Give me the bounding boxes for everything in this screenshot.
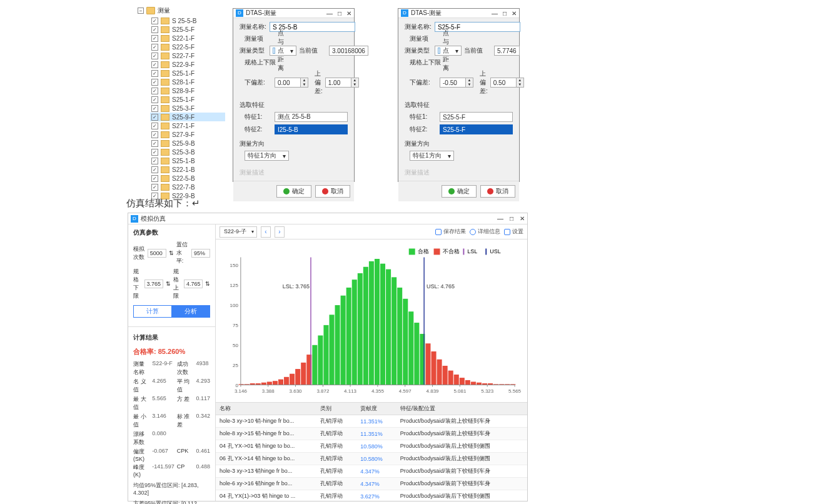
feat2-value[interactable]: I25-5-B <box>275 124 348 134</box>
checkbox-icon[interactable]: ✓ <box>151 131 158 138</box>
direction-select[interactable]: 特征1方向▾ <box>245 151 289 161</box>
tree-item[interactable]: ✓S27-9-F <box>150 130 225 139</box>
tree-item-label: S28-1-F <box>172 79 194 86</box>
tree-item[interactable]: ✓S25-1-F <box>150 69 225 78</box>
table-header[interactable]: 类别 <box>316 403 356 415</box>
tree-item[interactable]: ✓S25-1-B <box>150 156 225 165</box>
type-select[interactable]: 点与点距离 ▾ <box>270 46 296 56</box>
settings-button[interactable]: 设置 <box>504 228 523 236</box>
checkbox-icon[interactable]: ✓ <box>151 158 158 164</box>
upper-spinner[interactable]: 0.50▲▼ <box>490 78 524 88</box>
table-header[interactable]: 特征/装配位置 <box>396 403 527 415</box>
tree-item[interactable]: ✓S25-1-F <box>150 95 225 104</box>
svg-text:3.630: 3.630 <box>290 388 302 394</box>
minimize-button[interactable]: — <box>497 215 503 222</box>
table-row[interactable]: 04 孔 YX(1)->03 销 hinge to ...孔销浮动3.627%P… <box>216 490 527 501</box>
upper-spinner[interactable]: 1.00▲▼ <box>325 78 359 88</box>
sim-count-input[interactable]: 5000 <box>148 249 166 258</box>
type-select[interactable]: 点与点距离▾ <box>435 46 462 56</box>
ok-button[interactable]: 确定 <box>442 185 477 198</box>
item-label: 测量项 <box>245 34 348 43</box>
checkbox-icon[interactable]: ✓ <box>151 166 158 173</box>
checkbox-icon[interactable]: ✓ <box>151 61 158 68</box>
save-result-button[interactable]: 保存结果 <box>435 228 466 236</box>
checkbox-icon[interactable]: ✓ <box>151 96 158 103</box>
tree-item[interactable]: ✓S28-1-F <box>150 78 225 86</box>
tree-item-label: S22-1-B <box>172 166 195 173</box>
checkbox-icon[interactable]: ✓ <box>151 70 158 77</box>
minimize-button[interactable]: — <box>492 10 498 17</box>
tree-item[interactable]: ✓S25-3-B <box>150 148 225 156</box>
svg-rect-40 <box>425 343 430 385</box>
prev-button[interactable]: ‹ <box>261 226 271 238</box>
next-button[interactable]: › <box>275 226 285 238</box>
table-row[interactable]: hole-3 xy->10 销-hinge fr bo...孔销浮动11.351… <box>216 415 527 428</box>
feat1-value[interactable]: 测点 25-5-B <box>275 112 348 122</box>
table-row[interactable]: 06 孔 YX->14 销 hinge to bo...孔销浮动10.580%P… <box>216 453 527 465</box>
measurement-select[interactable]: S22-9-子 <box>220 226 257 238</box>
tree-item[interactable]: ✓S22-9-F <box>150 60 225 69</box>
calc-button[interactable]: 计算 <box>133 305 172 318</box>
item-icon <box>161 88 169 94</box>
table-row[interactable]: 04 孔 YX->01 销 hinge to bo...孔销浮动10.580%P… <box>216 440 527 453</box>
tree-collapse-toggle[interactable]: − <box>138 8 144 14</box>
tree-item[interactable]: ✓S27-1-F <box>150 121 225 130</box>
close-button[interactable]: ✕ <box>520 215 525 222</box>
minimize-button[interactable]: — <box>326 10 333 17</box>
confidence-input[interactable]: 95% <box>191 249 210 258</box>
close-button[interactable]: ✕ <box>512 10 517 17</box>
checkbox-icon[interactable]: ✓ <box>151 114 158 121</box>
checkbox-icon[interactable]: ✓ <box>151 175 158 182</box>
cancel-button[interactable]: 取消 <box>480 185 515 198</box>
detail-button[interactable]: 详细信息 <box>470 228 500 236</box>
current-value: 3.00168006 <box>329 46 368 56</box>
checkbox-icon[interactable]: ✓ <box>151 184 158 191</box>
tree-item[interactable]: ✓S22-1-F <box>150 34 225 43</box>
usl-input[interactable]: 4.765 <box>184 280 203 288</box>
svg-text:5.565: 5.565 <box>508 388 521 394</box>
table-header[interactable]: 贡献度 <box>356 403 396 415</box>
feat2-value[interactable]: S25-5-F <box>440 124 513 134</box>
contribution-table[interactable]: 名称类别贡献度特征/装配位置 hole-3 xy->10 销-hinge fr … <box>216 402 527 501</box>
table-row[interactable]: hole-6 xy->16 销hinge fr bo...孔销浮动4.347%P… <box>216 478 527 490</box>
tree-item[interactable]: ✓S22-7-B <box>150 183 225 191</box>
close-button[interactable]: ✕ <box>346 10 351 17</box>
maximize-button[interactable]: □ <box>510 215 513 222</box>
checkbox-icon[interactable]: ✓ <box>151 149 158 156</box>
checkbox-icon[interactable]: ✓ <box>151 35 158 42</box>
lower-spinner[interactable]: 0.00▲▼ <box>275 78 308 88</box>
table-row[interactable]: hole-8 xy->15 销-hinge fr bo...孔销浮动11.351… <box>216 428 527 440</box>
analyze-button[interactable]: 分析 <box>172 305 211 318</box>
tree-item[interactable]: ✓S28-9-F <box>150 86 225 95</box>
checkbox-icon[interactable]: ✓ <box>151 26 158 33</box>
feat2-label: 特征2: <box>245 125 272 134</box>
tree-item[interactable]: ✓S22-5-F <box>150 43 225 51</box>
tree-item[interactable]: ✓S22-7-F <box>150 51 225 60</box>
checkbox-icon[interactable]: ✓ <box>151 88 158 94</box>
feat1-value[interactable]: S25-5-F <box>440 112 513 122</box>
checkbox-icon[interactable]: ✓ <box>151 53 158 59</box>
checkbox-icon[interactable]: ✓ <box>151 18 158 24</box>
checkbox-icon[interactable]: ✓ <box>151 44 158 51</box>
table-row[interactable]: hole-3 xy->13 销hinge fr bo...孔销浮动4.347%P… <box>216 465 527 478</box>
table-header[interactable]: 名称 <box>216 403 316 415</box>
tree-item[interactable]: ✓S22-5-B <box>150 174 225 183</box>
ok-button[interactable]: 确定 <box>276 185 311 198</box>
tree-item[interactable]: ✓S25-5-F <box>150 25 225 34</box>
checkbox-icon[interactable]: ✓ <box>151 140 158 147</box>
checkbox-icon[interactable]: ✓ <box>151 123 158 129</box>
cancel-button[interactable]: 取消 <box>315 185 350 198</box>
maximize-button[interactable]: □ <box>338 10 341 17</box>
app-icon: D <box>236 9 243 17</box>
lsl-input[interactable]: 3.765 <box>144 280 163 288</box>
checkbox-icon[interactable]: ✓ <box>151 105 158 112</box>
tree-item[interactable]: ✓S25-9-B <box>150 139 225 148</box>
checkbox-icon[interactable]: ✓ <box>151 79 158 86</box>
maximize-button[interactable]: □ <box>503 10 507 17</box>
tree-item[interactable]: ✓S25-9-F <box>150 113 225 121</box>
tree-item[interactable]: ✓S 25-5-B <box>150 16 225 25</box>
tree-item[interactable]: ✓S22-1-B <box>150 165 225 174</box>
lower-spinner[interactable]: -0.50▲▼ <box>440 78 473 88</box>
direction-select[interactable]: 特征1方向▾ <box>410 151 454 161</box>
tree-item[interactable]: ✓S25-3-F <box>150 104 225 113</box>
